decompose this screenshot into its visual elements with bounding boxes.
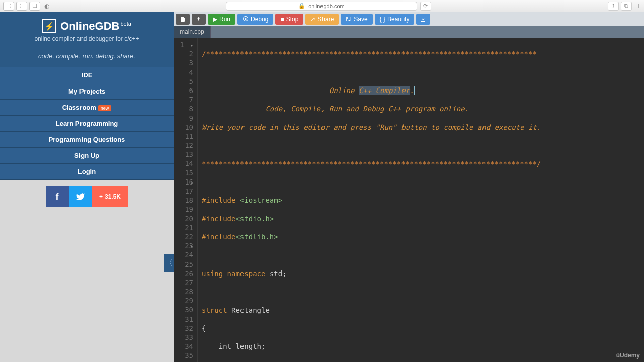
new-badge: new [98, 105, 112, 111]
sidebar-item-ide[interactable]: IDE [0, 67, 174, 83]
code-text: ****************************************… [202, 160, 541, 168]
code-text [202, 141, 640, 150]
braces-icon: { } [380, 16, 385, 23]
nav-back-button[interactable]: 〈 [3, 2, 14, 11]
twitter-button[interactable] [69, 186, 92, 207]
button-label: Debug [251, 16, 268, 23]
code-text: #include [202, 215, 235, 223]
tab-bar: main.cpp [174, 26, 644, 38]
code-text [202, 287, 640, 296]
download-icon [420, 16, 426, 22]
code-text: Online [202, 86, 359, 95]
brand-subtitle: online compiler and debugger for c/c++ [0, 35, 174, 42]
file-tab[interactable]: main.cpp [174, 26, 211, 38]
code-content[interactable]: /***************************************… [198, 38, 644, 362]
logo-area: ⚡ OnlineGDBbeta online compiler and debu… [0, 12, 174, 45]
code-text: struct [202, 306, 231, 314]
reload-button[interactable]: ⟳ [420, 2, 431, 11]
debug-button[interactable]: ⦿Debug [237, 14, 273, 25]
new-file-button[interactable] [176, 14, 190, 25]
lock-icon: 🔒 [298, 3, 305, 9]
download-button[interactable] [416, 14, 430, 25]
beta-badge: beta [120, 21, 131, 27]
code-text: /***************************************… [202, 50, 537, 58]
code-text: { [202, 324, 640, 333]
code-text [202, 251, 640, 260]
sidebar-item-projects[interactable]: My Projects [0, 83, 174, 100]
code-text [202, 68, 640, 77]
code-editor[interactable]: 1 ▾23456789101112131415 ▾16171819202122 … [174, 38, 644, 362]
udemy-label: Udemy [620, 352, 640, 359]
addthis-button[interactable]: +31.5K [92, 186, 128, 207]
collapse-sidebar-button[interactable]: 〈 [164, 254, 174, 272]
sidebar-item-label: IDE [82, 71, 93, 79]
code-text: <stdlib.h> [235, 233, 278, 241]
editor-toolbar: ▶Run ⦿Debug ■Stop ↗Share 🖫Save { }Beauti… [174, 12, 644, 26]
code-text: <iostream> [240, 196, 282, 204]
sidebar-filler [0, 213, 174, 362]
run-button[interactable]: ▶Run [208, 14, 235, 25]
code-text: Rectangle [231, 306, 270, 314]
url-text: onlinegdb.com [308, 3, 345, 9]
address-bar[interactable]: 🔒 onlinegdb.com [226, 2, 417, 11]
code-text: std; [270, 269, 287, 278]
twitter-icon [76, 192, 85, 201]
sidebar-item-label: Login [78, 168, 96, 175]
debug-icon: ⦿ [243, 16, 249, 23]
line-gutter: 1 ▾23456789101112131415 ▾16171819202122 … [174, 38, 198, 362]
upload-button[interactable] [192, 14, 206, 25]
brand-name: OnlineGDB [60, 20, 119, 32]
code-text: namespace [227, 269, 270, 278]
code-text: Code, Compile, Run and Debug C++ program… [202, 105, 469, 113]
sidebar-item-label: Sign Up [74, 152, 99, 159]
play-icon: ▶ [213, 16, 217, 23]
tabs-button[interactable]: ⧉ [621, 2, 632, 11]
upload-icon [196, 16, 202, 22]
share-page-button[interactable]: ⤴ [608, 2, 619, 11]
save-button[interactable]: 🖫Save [341, 14, 372, 25]
nav-sidebar-button[interactable]: ☐ [29, 2, 40, 11]
facebook-button[interactable]: f [46, 186, 69, 207]
udemy-icon: û [616, 352, 620, 359]
button-label: Save [354, 16, 367, 23]
sidebar-item-signup[interactable]: Sign Up [0, 148, 174, 164]
button-label: Share [317, 16, 334, 23]
reader-icon[interactable]: ◐ [44, 3, 49, 10]
nav-forward-button[interactable]: 〉 [16, 2, 27, 11]
browser-toolbar: 〈 〉 ☐ ◐ 🔒 onlinegdb.com ⟳ ⤴ ⧉ + [0, 0, 644, 12]
sidebar-item-label: Classroom [62, 104, 96, 111]
button-label: Beautify [387, 16, 409, 23]
code-text: . [410, 86, 415, 95]
code-text: using [202, 269, 227, 278]
bolt-icon: ⚡ [42, 19, 56, 33]
share-count: 31.5K [105, 193, 121, 200]
sidebar-item-login[interactable]: Login [0, 164, 174, 180]
save-icon: 🖫 [346, 16, 352, 23]
tagline: code. compile. run. debug. share. [0, 45, 174, 67]
social-row: f +31.5K [0, 180, 174, 213]
code-text: #include [202, 233, 235, 241]
code-text [202, 177, 640, 187]
code-text: int length; [202, 342, 640, 351]
file-icon [180, 16, 186, 22]
sidebar-item-classroom[interactable]: Classroomnew [0, 100, 174, 116]
sidebar: ⚡ OnlineGDBbeta online compiler and debu… [0, 12, 174, 362]
editor-panel: ▶Run ⦿Debug ■Stop ↗Share 🖫Save { }Beauti… [174, 12, 644, 362]
stop-button[interactable]: ■Stop [275, 14, 303, 25]
share-icon: ↗ [310, 16, 315, 23]
code-text: <stdio.h> [235, 215, 274, 223]
sidebar-item-questions[interactable]: Programming Questions [0, 132, 174, 148]
stop-icon: ■ [280, 16, 284, 23]
share-button[interactable]: ↗Share [305, 14, 339, 25]
sidebar-item-label: My Projects [68, 87, 105, 95]
selected-text: C++ Compiler [359, 86, 410, 95]
beautify-button[interactable]: { }Beautify [375, 14, 415, 25]
sidebar-item-label: Learn Programming [56, 120, 118, 127]
button-label: Run [219, 16, 230, 23]
sidebar-item-label: Programming Questions [49, 136, 125, 143]
code-text: Write your code in this editor and press… [202, 123, 541, 131]
plus-icon: + [99, 193, 103, 200]
sidebar-item-learn[interactable]: Learn Programming [0, 116, 174, 132]
code-text: #include [202, 196, 240, 204]
new-tab-button[interactable]: + [637, 2, 641, 11]
